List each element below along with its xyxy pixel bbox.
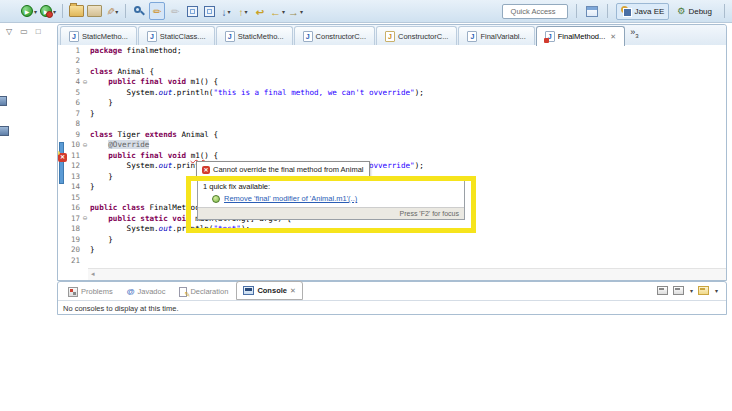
view-menu-icon[interactable]: ▽ xyxy=(6,27,12,36)
editor-tab[interactable]: StaticMetho... xyxy=(60,26,137,45)
error-tooltip-text: Cannot override the final method from An… xyxy=(213,165,364,174)
editor-tab[interactable]: ConstructorC... xyxy=(294,26,375,45)
java-file-icon xyxy=(467,31,477,42)
truncated-explorer-icon xyxy=(0,126,9,136)
maximize-icon[interactable]: □ xyxy=(36,27,41,36)
line-number: 6 xyxy=(58,98,80,107)
previous-annotation-button[interactable]: ▾ xyxy=(236,3,250,19)
line-number: 2 xyxy=(58,56,80,65)
perspective-label: Java EE xyxy=(635,7,665,16)
error-icon xyxy=(202,166,210,174)
folder-icon[interactable] xyxy=(87,3,102,19)
last-edit-location-button[interactable] xyxy=(253,3,267,19)
mark-occurrences-toggle[interactable] xyxy=(149,2,165,20)
editor-tab[interactable]: FinalVariabl... xyxy=(458,26,534,45)
code-line: 2 xyxy=(58,56,726,67)
brush-icon[interactable]: ▾ xyxy=(105,3,119,19)
code-line: 5 System.out.println("this is a final me… xyxy=(58,87,726,98)
quickfix-link[interactable]: Remove 'final' modifier of 'Animal.m1'(.… xyxy=(224,194,357,203)
highlighter-disabled-icon[interactable] xyxy=(168,3,182,19)
toolbar-separator xyxy=(62,4,63,18)
dropdown-caret-icon[interactable]: ▾ xyxy=(228,8,231,15)
fold-marker-icon[interactable]: ⊖ xyxy=(80,140,90,150)
line-number: 7 xyxy=(58,109,80,118)
minimize-icon[interactable]: ▭ xyxy=(20,27,28,36)
dropdown-caret-icon[interactable]: ▾ xyxy=(715,287,718,294)
code-text: } xyxy=(90,98,113,107)
tab-overflow-chevron[interactable]: »3 xyxy=(630,23,638,45)
quickfix-popup: 1 quick fix available: Remove 'final' mo… xyxy=(197,179,465,220)
console-tab-problems[interactable]: Problems xyxy=(62,283,119,300)
dropdown-caret-icon[interactable]: ▾ xyxy=(282,8,285,15)
code-text: class Tiger extends Animal { xyxy=(90,130,218,139)
blue-square-icon-2[interactable] xyxy=(202,3,216,19)
code-line: 9class Tiger extends Animal { xyxy=(58,129,726,140)
javaee-icon xyxy=(621,6,632,17)
editor-tab-label: ConstructorC... xyxy=(398,32,448,41)
fold-marker-icon[interactable]: ⊖ xyxy=(80,77,90,87)
last-edit-location-button xyxy=(256,2,264,20)
gutter-error-icon[interactable] xyxy=(58,153,67,162)
editor-tab[interactable]: StaticClass.... xyxy=(138,26,215,45)
code-text: System.out.println("test"); xyxy=(90,224,250,233)
quickfix-footer: Press 'F2' for focus xyxy=(198,207,464,219)
dropdown-caret-icon[interactable] xyxy=(4,3,18,19)
blue-square-icon-1[interactable] xyxy=(185,3,199,19)
dropdown-caret-icon[interactable]: ▾ xyxy=(34,8,37,15)
fold-marker-icon[interactable]: ⊖ xyxy=(80,213,90,223)
horizontal-scrollbar[interactable]: ◂ xyxy=(88,268,726,280)
console-tab-label: Console xyxy=(257,286,287,295)
code-text: package finalmethod; xyxy=(90,46,181,55)
line-number: 4 xyxy=(58,77,80,86)
console-tab-bar: Problems@JavadocDeclarationConsole✕ xyxy=(58,282,726,300)
search-icon[interactable] xyxy=(132,3,146,19)
selection-range-bar xyxy=(59,142,64,184)
run-external-tools-button[interactable]: ▾ xyxy=(40,3,56,19)
open-console-icon[interactable] xyxy=(698,286,709,295)
editor-tab-label: StaticMetho... xyxy=(238,32,284,41)
editor-tab[interactable]: StaticMetho... xyxy=(216,26,293,45)
code-line: 3class Animal { xyxy=(58,66,726,77)
line-number: 15 xyxy=(58,193,80,202)
console-tab-declaration[interactable]: Declaration xyxy=(173,283,234,300)
console-tab-javadoc[interactable]: @Javadoc xyxy=(121,283,172,300)
highlighter-disabled-icon xyxy=(171,6,179,17)
code-text: } xyxy=(90,235,113,244)
dropdown-caret-icon[interactable]: ▾ xyxy=(53,8,56,15)
problems-icon xyxy=(68,287,78,297)
close-icon[interactable]: ✕ xyxy=(610,33,616,41)
back-button[interactable]: ▾ xyxy=(270,3,285,19)
dropdown-caret-icon[interactable]: ▾ xyxy=(245,8,248,15)
next-annotation-button[interactable]: ▾ xyxy=(219,3,233,19)
code-editor[interactable]: 1package finalmethod;23class Animal {4⊖ … xyxy=(58,45,726,280)
quick-access-input[interactable]: Quick Access xyxy=(502,4,568,19)
scroll-left-icon[interactable]: ◂ xyxy=(91,270,95,278)
editor-tab[interactable]: FinalMethod...✕ xyxy=(536,26,625,46)
perspective-button-java-ee[interactable]: Java EE xyxy=(616,3,670,20)
java-file-icon xyxy=(545,31,555,42)
dropdown-caret-icon[interactable]: ▾ xyxy=(690,287,693,294)
display-selected-console-icon[interactable] xyxy=(673,286,684,295)
run-button[interactable]: ▾ xyxy=(21,3,37,19)
code-line: 18 System.out.println("test"); xyxy=(58,224,726,235)
code-text: } xyxy=(90,182,95,191)
back-button xyxy=(270,2,281,20)
close-icon[interactable]: ✕ xyxy=(290,287,296,295)
forward-button[interactable]: ▾ xyxy=(288,3,303,19)
open-folder-icon[interactable] xyxy=(69,3,84,19)
console-tab-console[interactable]: Console✕ xyxy=(236,281,302,300)
console-panel: Problems@JavadocDeclarationConsole✕ ▾▾ N… xyxy=(57,281,727,315)
line-number: 18 xyxy=(58,224,80,233)
blue-square-icon-2 xyxy=(204,6,215,17)
open-perspective-icon[interactable] xyxy=(586,6,598,17)
toolbar-separator xyxy=(724,4,725,18)
dropdown-caret-icon[interactable]: ▾ xyxy=(300,8,303,15)
code-line: 21 xyxy=(58,255,726,266)
code-line: 19 } xyxy=(58,234,726,245)
java-file-icon xyxy=(69,31,79,42)
editor-tab[interactable]: ConstructorC... xyxy=(376,26,457,45)
perspective-button-debug[interactable]: Debug xyxy=(673,4,716,18)
pin-console-icon[interactable] xyxy=(657,286,668,295)
editor-tab-label: FinalMethod... xyxy=(558,32,606,41)
line-number: 8 xyxy=(58,119,80,128)
